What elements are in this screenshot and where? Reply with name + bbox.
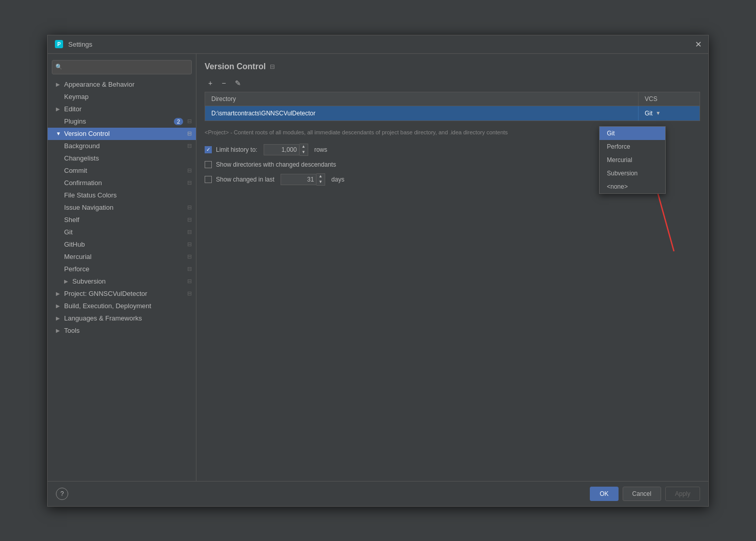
sidebar-item-languages[interactable]: ▶ Languages & Frameworks: [48, 312, 196, 325]
search-input[interactable]: [65, 64, 188, 71]
dropdown-item-perforce[interactable]: Perforce: [600, 140, 665, 153]
settings-icon: ⊟: [187, 118, 192, 125]
sidebar-item-github[interactable]: GitHub ⊟: [48, 238, 196, 251]
changed-in-last-value[interactable]: [281, 174, 316, 185]
settings-dialog: P Settings ✕ 🔍 ▶ Appearance & Behavior ▶…: [47, 35, 709, 507]
expand-arrow-icon: ▶: [56, 328, 63, 333]
sidebar-item-file-status-colors[interactable]: File Status Colors: [48, 189, 196, 202]
spin-down-button[interactable]: ▼: [300, 150, 308, 155]
sidebar-item-shelf[interactable]: Shelf ⊟: [48, 214, 196, 226]
col-header-vcs: VCS: [638, 92, 700, 106]
settings-icon: ⊟: [187, 229, 192, 235]
spin-down-button-2[interactable]: ▼: [316, 179, 325, 185]
sidebar-item-version-control[interactable]: ▼ Version Control ⊟: [48, 128, 196, 140]
sidebar-item-editor[interactable]: ▶ Editor: [48, 103, 196, 115]
sidebar-item-label: File Status Colors: [64, 191, 192, 199]
vcs-cell: Git ▼ Git Perforce Mercurial Subversion …: [638, 106, 700, 121]
sidebar-item-appearance[interactable]: ▶ Appearance & Behavior: [48, 78, 196, 91]
close-button[interactable]: ✕: [694, 40, 702, 48]
panel-header: Version Control ⊟: [205, 62, 700, 71]
show-changed-in-last-checkbox[interactable]: [205, 176, 212, 183]
main-panel: Version Control ⊟ + − ✎ Directory VCS D:…: [196, 54, 708, 481]
settings-icon: ⊟: [187, 278, 192, 285]
svg-text:P: P: [57, 42, 61, 47]
edit-directory-button[interactable]: ✎: [231, 77, 245, 89]
sidebar-item-label: Git: [64, 228, 185, 236]
sidebar-item-label: Shelf: [64, 216, 185, 224]
sidebar-item-subversion[interactable]: ▶ Subversion ⊟: [48, 275, 196, 288]
settings-icon: ⊟: [187, 167, 192, 174]
expand-arrow-icon: ▶: [64, 278, 71, 284]
limit-history-value[interactable]: [264, 144, 300, 155]
col-header-directory: Directory: [205, 92, 638, 106]
show-changed-dirs-label: Show directories with changed descendant…: [216, 161, 336, 168]
sidebar-item-label: Languages & Frameworks: [64, 314, 192, 322]
sidebar-item-label: Keymap: [64, 93, 192, 101]
sidebar-search-box[interactable]: 🔍: [52, 60, 192, 74]
panel-title: Version Control: [205, 62, 266, 71]
sidebar-item-changelists[interactable]: Changelists: [48, 152, 196, 165]
sidebar-item-label: Issue Navigation: [64, 204, 185, 211]
expand-arrow-icon: ▶: [56, 291, 63, 296]
show-changed-dirs-checkbox[interactable]: [205, 161, 212, 168]
vcs-selected-value: Git: [645, 110, 652, 117]
sidebar-item-label: Background: [64, 142, 185, 150]
sidebar-item-project[interactable]: ▶ Project: GNNSCVulDetector ⊟: [48, 288, 196, 300]
dropdown-item-mercurial[interactable]: Mercurial: [600, 153, 665, 167]
sidebar-item-plugins[interactable]: ▶ Plugins 2 ⊟: [48, 115, 196, 128]
app-logo: P: [54, 39, 64, 49]
settings-icon: ⊟: [187, 216, 192, 223]
sidebar-item-confirmation[interactable]: Confirmation ⊟: [48, 177, 196, 189]
limit-history-suffix: rows: [314, 146, 327, 153]
sidebar-item-tools[interactable]: ▶ Tools: [48, 325, 196, 337]
sidebar-item-label: Changelists: [64, 154, 192, 162]
sidebar-item-label: Build, Execution, Deployment: [64, 302, 192, 310]
changed-in-last-spinner[interactable]: ▲ ▼: [281, 173, 325, 186]
sidebar-item-perforce[interactable]: Perforce ⊟: [48, 263, 196, 275]
add-directory-button[interactable]: +: [205, 77, 216, 89]
sidebar-item-label: Commit: [64, 167, 185, 174]
settings-icon: ⊟: [187, 253, 192, 260]
settings-icon: ⊟: [187, 130, 192, 137]
sidebar-item-label: Project: GNNSCVulDetector: [64, 290, 185, 297]
sidebar-item-issue-navigation[interactable]: Issue Navigation ⊟: [48, 202, 196, 214]
dropdown-arrow-icon: ▼: [655, 110, 661, 116]
settings-icon: ⊟: [187, 266, 192, 272]
dropdown-item-none[interactable]: <none>: [600, 180, 665, 193]
apply-button[interactable]: Apply: [665, 487, 700, 501]
sidebar-item-label: Version Control: [64, 130, 185, 137]
spin-buttons-2: ▲ ▼: [316, 173, 325, 186]
expand-arrow-icon: ▶: [56, 303, 63, 309]
sidebar-item-label: Confirmation: [64, 179, 185, 187]
sidebar-item-keymap[interactable]: ▶ Keymap: [48, 91, 196, 103]
ok-button[interactable]: OK: [590, 487, 618, 501]
expand-arrow-icon: ▶: [56, 82, 63, 87]
limit-history-checkbox[interactable]: ✓: [205, 146, 212, 153]
vcs-dropdown[interactable]: Git ▼ Git Perforce Mercurial Subversion …: [645, 110, 661, 117]
directory-cell: D:\smartcontracts\GNNSCVulDetector: [205, 106, 638, 121]
sidebar-item-build[interactable]: ▶ Build, Execution, Deployment: [48, 300, 196, 312]
sidebar-item-background[interactable]: Background ⊟: [48, 140, 196, 152]
help-button[interactable]: ?: [56, 488, 68, 500]
spin-up-button[interactable]: ▲: [300, 144, 308, 150]
limit-history-spinner[interactable]: ▲ ▼: [264, 144, 308, 156]
sidebar-item-git[interactable]: Git ⊟: [48, 226, 196, 238]
table-header: Directory VCS: [205, 92, 700, 106]
table-row[interactable]: D:\smartcontracts\GNNSCVulDetector Git ▼…: [205, 106, 700, 121]
content-area: 🔍 ▶ Appearance & Behavior ▶ Keymap ▶ Edi…: [48, 54, 708, 481]
remove-directory-button[interactable]: −: [218, 77, 229, 89]
settings-icon: ⊟: [187, 204, 192, 211]
sidebar-item-commit[interactable]: Commit ⊟: [48, 165, 196, 177]
dialog-title: Settings: [68, 41, 694, 48]
spin-up-button-2[interactable]: ▲: [316, 174, 325, 179]
dropdown-item-git[interactable]: Git: [600, 127, 665, 140]
cancel-button[interactable]: Cancel: [623, 487, 661, 501]
vcs-dropdown-button[interactable]: Git ▼: [645, 110, 661, 117]
vcs-toolbar: + − ✎: [205, 77, 700, 89]
dialog-footer: ? OK Cancel Apply: [48, 481, 708, 506]
vcs-dropdown-menu: Git Perforce Mercurial Subversion <none>: [599, 126, 666, 194]
sidebar-item-label: Plugins: [64, 117, 174, 125]
dropdown-item-subversion[interactable]: Subversion: [600, 167, 665, 180]
sidebar-item-mercurial[interactable]: Mercurial ⊟: [48, 251, 196, 263]
search-icon: 🔍: [55, 64, 63, 70]
